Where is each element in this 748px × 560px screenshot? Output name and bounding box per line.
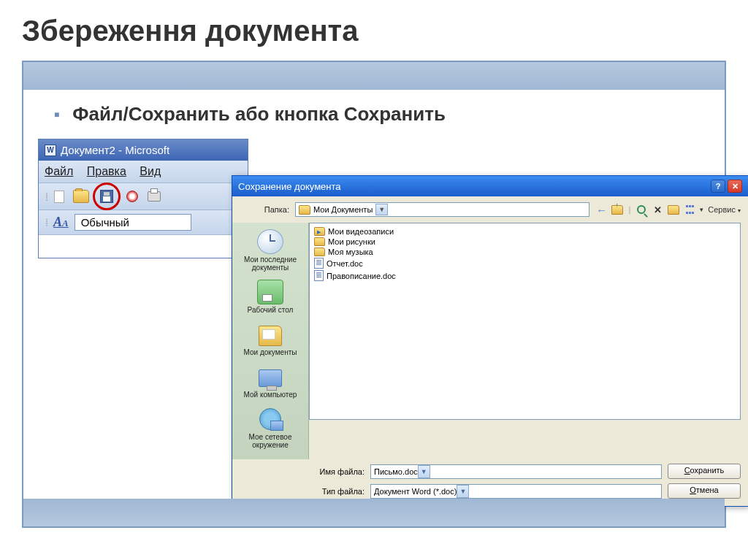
- grip-icon: ┊: [45, 193, 49, 201]
- folder-icon: [299, 205, 310, 215]
- save-button-highlight: [93, 183, 121, 210]
- sidebar-recent[interactable]: Мои последние документы: [235, 227, 305, 277]
- up-folder-button[interactable]: ↑: [611, 204, 623, 215]
- file-name: Правописание.doc: [327, 272, 396, 280]
- frame-header: [23, 62, 725, 90]
- dropdown-arrow-icon: ▼: [375, 204, 388, 215]
- open-button[interactable]: [72, 188, 90, 204]
- save-button[interactable]: Сохранить: [668, 464, 741, 479]
- sidebar-label: Мой компьютер: [237, 391, 304, 399]
- close-button[interactable]: ✕: [728, 180, 742, 193]
- word-titlebar[interactable]: W Документ2 - Microsoft: [39, 139, 248, 161]
- toolbar-icons: ← ↑ | ✕ ▾ Сервис ▾: [595, 204, 741, 215]
- help-button[interactable]: ?: [711, 180, 725, 193]
- file-item[interactable]: Мои рисунки: [313, 237, 737, 247]
- filetype-label: Тип файла:: [315, 487, 365, 496]
- views-button[interactable]: [684, 204, 695, 215]
- places-sidebar: Мои последние документы Рабочий стол Мои…: [232, 223, 309, 459]
- permission-button[interactable]: [123, 188, 141, 204]
- print-button[interactable]: [145, 188, 163, 204]
- computer-icon: [259, 369, 282, 387]
- doc-icon: [314, 258, 324, 269]
- slide: Збереження документа Файл/Сохранить або …: [0, 0, 748, 560]
- file-list[interactable]: Мои видеозаписи Мои рисунки Моя музыка О…: [309, 223, 741, 420]
- folder-icon: [314, 237, 325, 246]
- save-button[interactable]: [98, 188, 115, 204]
- file-item[interactable]: Моя музыка: [313, 247, 737, 257]
- content-frame: Файл/Сохранить або кнопка Сохранить W До…: [22, 61, 726, 528]
- frame-footer: [23, 499, 725, 526]
- sidebar-mydocs[interactable]: Мои документы: [235, 320, 305, 362]
- folder-icon: [314, 227, 325, 236]
- new-doc-button[interactable]: [50, 188, 68, 204]
- save-dialog: Сохранение документа ? ✕ Папка: Мои Доку…: [232, 175, 748, 507]
- dialog-title: Сохранение документа: [238, 181, 341, 192]
- recent-icon: [257, 229, 283, 254]
- bullet-label: Файл/Сохранить або кнопка Сохранить: [72, 103, 446, 126]
- file-name: Моя музыка: [328, 248, 373, 256]
- titlebar-controls: ? ✕: [711, 180, 742, 193]
- styles-icon[interactable]: AA: [53, 215, 69, 230]
- file-name: Мои видеозаписи: [328, 227, 394, 236]
- sidebar-label: Мои документы: [237, 348, 304, 356]
- word-menubar: Файл Правка Вид: [39, 161, 248, 183]
- new-folder-button[interactable]: [668, 204, 679, 215]
- folder-dropdown[interactable]: Мои Документы ▼: [295, 202, 589, 217]
- dialog-toolbar: Папка: Мои Документы ▼ ← ↑ | ✕: [232, 196, 748, 223]
- file-item[interactable]: Мои видеозаписи: [313, 226, 737, 237]
- tools-menu[interactable]: Сервис ▾: [708, 205, 741, 214]
- filename-input[interactable]: Письмо.doc▼: [370, 464, 662, 479]
- cancel-button[interactable]: Отмена: [668, 483, 741, 499]
- file-name: Отчет.doc: [327, 259, 363, 268]
- menu-file[interactable]: Файл: [45, 165, 73, 177]
- word-app-icon: W: [45, 145, 56, 156]
- back-button[interactable]: ←: [595, 204, 607, 215]
- filetype-select[interactable]: Документ Word (*.doc)▼: [370, 484, 662, 499]
- sidebar-label: Мои последние документы: [237, 256, 304, 272]
- file-item[interactable]: Правописание.doc: [313, 269, 737, 282]
- search-button[interactable]: [636, 204, 647, 215]
- file-name: Мои рисунки: [328, 237, 375, 246]
- desktop-icon: [257, 280, 283, 304]
- folder-icon: [314, 248, 325, 256]
- delete-button[interactable]: ✕: [652, 204, 663, 215]
- folder-label: Папка:: [240, 205, 289, 214]
- filename-label: Имя файла:: [315, 467, 365, 476]
- sidebar-label: Рабочий стол: [237, 306, 304, 314]
- sidebar-computer[interactable]: Мой компьютер: [235, 362, 305, 404]
- sidebar-label: Мое сетевое окружение: [237, 433, 304, 449]
- word-toolbar: ┊: [39, 183, 248, 210]
- word-stylebar: ┊ AA Обычный: [39, 210, 248, 234]
- style-selector[interactable]: Обычный: [75, 214, 191, 231]
- sidebar-network[interactable]: Мое сетевое окружение: [235, 404, 305, 455]
- slide-title: Збереження документа: [22, 15, 726, 47]
- bullet-text: Файл/Сохранить або кнопка Сохранить: [23, 90, 725, 139]
- doc-icon: [314, 270, 324, 281]
- file-item[interactable]: Отчет.doc: [313, 257, 737, 269]
- word-window: W Документ2 - Microsoft Файл Правка Вид …: [38, 139, 248, 258]
- menu-view[interactable]: Вид: [140, 165, 161, 177]
- word-document-area: [39, 234, 248, 258]
- dialog-titlebar[interactable]: Сохранение документа ? ✕: [232, 176, 748, 196]
- network-icon: [259, 408, 281, 430]
- current-folder-name: Мои Документы: [313, 205, 373, 214]
- chevron-down-icon: ▾: [700, 206, 703, 213]
- dropdown-arrow-icon: ▼: [457, 485, 469, 498]
- dialog-body: Мои последние документы Рабочий стол Мои…: [232, 223, 748, 459]
- screenshot-area: W Документ2 - Microsoft Файл Правка Вид …: [38, 139, 710, 489]
- floppy-icon: [100, 190, 113, 203]
- sidebar-desktop[interactable]: Рабочий стол: [235, 277, 305, 320]
- word-title: Документ2 - Microsoft: [61, 144, 169, 156]
- mydocs-icon: [259, 326, 282, 346]
- grip-icon: ┊: [45, 218, 49, 226]
- menu-edit[interactable]: Правка: [87, 165, 126, 177]
- dropdown-arrow-icon: ▼: [418, 465, 430, 478]
